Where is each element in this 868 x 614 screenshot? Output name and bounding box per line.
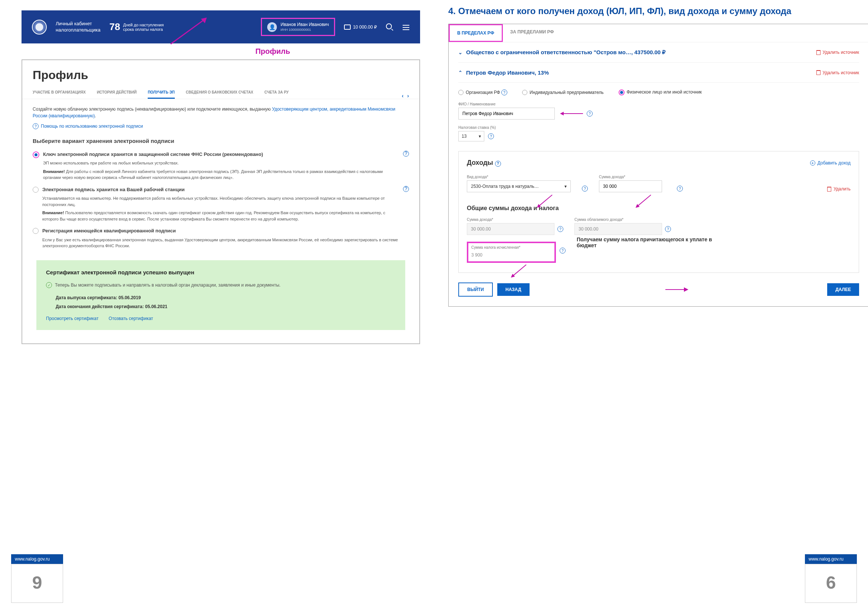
radio-existing-qual[interactable] xyxy=(33,228,39,234)
success-title: Сертификат электронной подписи успешно в… xyxy=(46,268,395,277)
opt2-help-icon[interactable]: ? xyxy=(403,186,409,192)
opt1-warn: Внимание! Для работы с новой версией Лич… xyxy=(43,169,399,181)
exit-button[interactable]: ВЫЙТИ xyxy=(458,282,493,297)
revoke-cert-link[interactable]: Отозвать сертификат xyxy=(109,316,153,321)
view-cert-link[interactable]: Просмотреть сертификат xyxy=(46,316,98,321)
calc-annotation-note: Получаем сумму налога причитающегося к у… xyxy=(577,236,718,248)
opt1-title: Ключ электронной подписи хранится в защи… xyxy=(43,151,399,158)
cert-issue-date: Дата выпуска сертификата: 05.06.2019 xyxy=(56,295,395,301)
back-button[interactable]: НАЗАД xyxy=(497,283,530,296)
source-row-1[interactable]: ⌄Общество с ограниченной ответственность… xyxy=(458,42,859,63)
next-button[interactable]: ДАЛЕЕ xyxy=(827,283,859,296)
tab-outside-rf[interactable]: ЗА ПРЕДЕЛАМИ РФ xyxy=(503,24,561,42)
tab-get-ep[interactable]: ПОЛУЧИТЬ ЭП xyxy=(148,87,175,99)
app-title: Личный кабинет налогоплательщика xyxy=(56,21,101,33)
opt1-help-icon[interactable]: ? xyxy=(403,151,409,157)
footer-url: www.nalog.gov.ru xyxy=(11,554,63,564)
lk-header: Личный кабинет налогоплательщика 78 Дней… xyxy=(22,10,420,43)
chevron-down-icon: ⌄ xyxy=(458,50,462,55)
opt3-title: Регистрация имеющейся квалифицированной … xyxy=(42,227,409,235)
chevron-up-icon: ⌃ xyxy=(458,70,462,75)
fio-label: ФИО / Наименование xyxy=(458,102,859,106)
user-name: Иванов Иван Иванович xyxy=(281,22,329,28)
wallet-icon xyxy=(344,25,351,30)
success-info: Теперь Вы можете подписывать и направлят… xyxy=(55,282,281,288)
radio-org-rf[interactable]: Организация РФ ? xyxy=(458,90,507,95)
plus-icon: + xyxy=(810,160,815,166)
source-row-2[interactable]: ⌃Петров Федор Иванович, 13% Удалить исто… xyxy=(458,63,859,83)
days-countdown: 78 Дней до наступления срока оплаты нало… xyxy=(110,21,164,33)
user-profile-box[interactable]: 👤 Иванов Иван Иванович ИНН 100000000001 xyxy=(261,18,335,36)
tab-accounts[interactable]: СЧЕТА ЗА РУ xyxy=(265,87,289,99)
income-heading: Доходы ? xyxy=(467,159,501,167)
tab-bank[interactable]: СВЕДЕНИЯ О БАНКОВСКИХ СЧЕТАХ xyxy=(186,87,253,99)
radio-physical[interactable]: Физическое лицо или иной источник xyxy=(618,90,702,95)
radio-fns-storage[interactable] xyxy=(33,152,39,158)
delete-source-1[interactable]: Удалить источник xyxy=(817,50,859,55)
profile-panel: Профиль УЧАСТИЕ В ОРГАНИЗАЦИЯХ ИСТОРИЯ Д… xyxy=(22,59,420,344)
profile-heading: Профиль xyxy=(22,60,419,87)
fio-input[interactable] xyxy=(458,108,555,119)
help-icon[interactable]: ? xyxy=(495,161,501,167)
totals-heading: Общие суммы дохода и налога xyxy=(467,205,851,212)
annotation-arrow xyxy=(665,289,688,290)
help-icon[interactable]: ? xyxy=(582,186,588,192)
delete-source-2[interactable]: Удалить источник xyxy=(817,70,859,75)
avatar-icon: 👤 xyxy=(267,22,277,32)
opt3-desc: Если у Вас уже есть квалифицированная эл… xyxy=(42,237,409,249)
add-income-link[interactable]: +Добавить доход xyxy=(810,160,851,166)
income-sum-input[interactable] xyxy=(599,180,662,192)
trash-icon xyxy=(817,50,820,55)
opt2-title: Электронная подпись хранится на Вашей ра… xyxy=(42,186,399,194)
tabs-prev-icon[interactable]: ‹ xyxy=(402,93,404,99)
success-box: Сертификат электронной подписи успешно в… xyxy=(36,260,405,330)
tab-within-rf[interactable]: В ПРЕДЕЛАХ РФ xyxy=(449,24,503,42)
help-icon[interactable]: ? xyxy=(677,186,683,192)
wallet-balance[interactable]: 10 000.00 ₽ xyxy=(344,25,377,30)
page-badge-right: www.nalog.gov.ru 6 xyxy=(805,554,857,603)
user-inn: ИНН 100000000001 xyxy=(281,28,329,32)
taxable-label: Сумма облагаемого дохода* xyxy=(575,217,671,222)
help-link[interactable]: ? Помощь по использованию электронной по… xyxy=(33,123,409,130)
total-income-label: Сумма дохода* xyxy=(467,217,563,222)
delete-income-row[interactable]: Удалить xyxy=(827,186,851,192)
help-icon: ? xyxy=(33,123,39,129)
radio-ip[interactable]: Индивидуальный предприниматель xyxy=(522,90,603,95)
opt1-desc: ЭП можно использовать при работе на любы… xyxy=(43,160,399,166)
trash-icon xyxy=(827,187,831,192)
search-icon[interactable] xyxy=(386,23,394,31)
menu-icon[interactable] xyxy=(402,23,410,31)
opt2-warn: Внимание! Пользователю предоставляется в… xyxy=(42,210,399,222)
help-icon[interactable]: ? xyxy=(587,111,593,116)
radio-local-storage[interactable] xyxy=(33,187,39,193)
page-number-left: 9 xyxy=(11,564,63,603)
tax-calculated-box: Сумма налога исчисленная* 3 900 xyxy=(467,242,556,263)
tax-calc-label: Сумма налога исчисленная* xyxy=(471,245,552,250)
taxable-value: 30 000.00 xyxy=(575,223,662,235)
page-number-right: 6 xyxy=(805,564,857,603)
tab-orgs[interactable]: УЧАСТИЕ В ОРГАНИЗАЦИЯХ xyxy=(33,87,86,99)
page-badge-left: www.nalog.gov.ru 9 xyxy=(11,554,63,603)
total-income-value: 30 000.00 xyxy=(467,223,555,235)
help-icon[interactable]: ? xyxy=(501,90,507,95)
choose-storage-heading: Выберите вариант хранения электронной по… xyxy=(33,137,409,146)
footer-url: www.nalog.gov.ru xyxy=(805,554,857,564)
help-icon[interactable]: ? xyxy=(488,133,494,139)
kind-label: Вид дохода* xyxy=(467,175,571,179)
tabs-next-icon[interactable]: › xyxy=(407,93,409,99)
annotation-arrow xyxy=(561,113,583,114)
help-icon[interactable]: ? xyxy=(665,226,671,232)
income-block: Доходы ? +Добавить доход Вид дохода* 253… xyxy=(458,151,859,273)
help-icon[interactable]: ? xyxy=(557,226,563,232)
income-kind-select[interactable]: 2530-Оплата труда в натураль…▾ xyxy=(467,180,571,192)
opt2-desc: Устанавливается на ваш компьютер. Не под… xyxy=(42,195,399,208)
tab-history[interactable]: ИСТОРИЯ ДЕЙСТВИЙ xyxy=(97,87,136,99)
rate-select[interactable]: 13▾ xyxy=(458,131,484,141)
rate-label: Налоговая ставка (%) xyxy=(458,126,859,130)
sum-label: Сумма дохода* xyxy=(599,175,666,179)
step4-heading: 4. Отмечаем от кого получен доход (ЮЛ, И… xyxy=(448,6,868,16)
help-icon[interactable]: ? xyxy=(560,248,566,254)
check-icon: ✓ xyxy=(46,282,52,288)
annotation-profile-label: Профиль xyxy=(111,47,434,56)
income-form-panel: В ПРЕДЕЛАХ РФ ЗА ПРЕДЕЛАМИ РФ ⌄Общество … xyxy=(448,24,868,307)
